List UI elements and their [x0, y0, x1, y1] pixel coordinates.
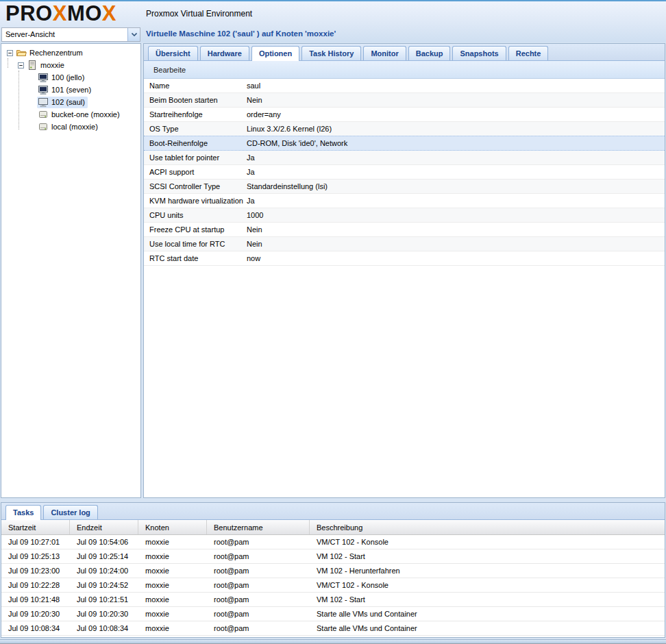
task-cell: moxxie	[138, 538, 207, 546]
task-cell: root@pam	[207, 581, 310, 589]
task-cell: root@pam	[207, 624, 310, 632]
log-panel: TasksCluster log StartzeitEndzeitKnotenB…	[1, 502, 665, 638]
option-row-os-type[interactable]: OS TypeLinux 3.X/2.6 Kernel (l26)	[144, 122, 665, 136]
task-cell: Jul 09 10:54:06	[70, 538, 138, 546]
tree-item-rechenzentrum[interactable]: Rechenzentrum	[1, 47, 140, 59]
option-row-rtc-start-date[interactable]: RTC start datenow	[144, 251, 665, 266]
task-row[interactable]: Jul 09 10:23:00Jul 09 10:24:00moxxieroot…	[1, 564, 665, 578]
option-label: Freeze CPU at startup	[144, 225, 247, 234]
tab-task-history[interactable]: Task History	[301, 46, 361, 60]
task-cell: Jul 09 10:21:51	[70, 595, 138, 604]
option-row-scsi-controller-type[interactable]: SCSI Controller TypeStandardeinstellung …	[144, 179, 665, 194]
option-row-use-local-time-for-rtc[interactable]: Use local time for RTCNein	[144, 237, 665, 251]
task-cell: root@pam	[207, 567, 310, 575]
tree-node: 102 (saul)	[37, 97, 88, 108]
app-title: Proxmox Virtual Environment	[146, 9, 252, 18]
task-row[interactable]: Jul 09 10:21:48Jul 09 10:21:51moxxieroot…	[1, 593, 665, 607]
option-label: Boot-Reihenfolge	[144, 139, 247, 147]
option-value: 1000	[247, 211, 665, 219]
option-label: Use local time for RTC	[144, 240, 247, 248]
task-cell: Jul 09 10:24:00	[70, 567, 138, 575]
task-cell: root@pam	[207, 610, 310, 618]
tab-rechte[interactable]: Rechte	[508, 46, 549, 60]
folder-icon	[15, 47, 27, 58]
tree-node: 101 (seven)	[37, 84, 94, 96]
edit-button[interactable]: Bearbeite	[148, 63, 191, 77]
tab-monitor[interactable]: Monitor	[363, 46, 406, 60]
tree-item-bucket-one-moxxie[interactable]: bucket-one (moxxie)	[1, 108, 140, 121]
tree-item-label: bucket-one (moxxie)	[49, 110, 120, 119]
column-header-beschreibung[interactable]: Beschreibung	[310, 520, 665, 534]
option-value: Nein	[247, 96, 665, 104]
column-header-startzeit[interactable]: Startzeit	[1, 520, 70, 534]
option-value: Linux 3.X/2.6 Kernel (l26)	[247, 125, 665, 133]
tree-item-label: moxxie	[38, 61, 64, 69]
option-row-name[interactable]: Namesaul	[144, 79, 665, 93]
tab-backup[interactable]: Backup	[408, 46, 451, 60]
option-value: saul	[247, 82, 665, 90]
tree-item-local-moxxie[interactable]: local (moxxie)	[1, 121, 140, 133]
tree-node: moxxie	[26, 60, 67, 71]
task-cell: Jul 09 10:20:30	[1, 610, 70, 618]
task-cell: Starte alle VMs und Container	[310, 610, 665, 618]
option-row-acpi-support[interactable]: ACPI supportJa	[144, 165, 665, 179]
vm-running-icon	[37, 84, 49, 95]
task-cell: Jul 09 10:25:13	[1, 552, 70, 560]
chevron-down-icon[interactable]	[127, 28, 140, 41]
task-row[interactable]: Jul 09 10:20:30Jul 09 10:20:30moxxieroot…	[1, 607, 665, 621]
task-row[interactable]: Jul 09 10:22:28Jul 09 10:24:52moxxieroot…	[1, 578, 665, 593]
tab-hardware[interactable]: Hardware	[200, 46, 249, 60]
task-row[interactable]: Jul 09 10:08:34Jul 09 10:08:34moxxieroot…	[1, 621, 665, 636]
tree-node: local (moxxie)	[37, 121, 101, 133]
view-selector-value: Server-Ansicht	[2, 28, 127, 41]
tree-item-moxxie[interactable]: moxxie	[1, 59, 140, 71]
task-cell: VM 102 - Start	[310, 595, 665, 604]
app-header: PROXMOX Proxmox Virtual Environment Virt…	[0, 1, 666, 42]
resource-tree: Rechenzentrummoxxie100 (jello)101 (seven…	[1, 43, 141, 498]
log-tab-bar: TasksCluster log	[1, 503, 665, 520]
options-toolbar: Bearbeite	[144, 61, 665, 79]
task-cell: moxxie	[138, 624, 207, 632]
option-label: KVM hardware virtualization	[144, 197, 247, 205]
option-row-use-tablet-for-pointer[interactable]: Use tablet for pointerJa	[144, 151, 665, 165]
tab-snapshots[interactable]: Snapshots	[452, 46, 506, 60]
option-row-freeze-cpu-at-startup[interactable]: Freeze CPU at startupNein	[144, 223, 665, 237]
tab-optionen[interactable]: Optionen	[251, 46, 299, 61]
tree-item-100-jello[interactable]: 100 (jello)	[1, 71, 140, 84]
option-row-cpu-units[interactable]: CPU units1000	[144, 208, 665, 223]
tree-expander-icon[interactable]	[15, 62, 26, 69]
column-header-endzeit[interactable]: Endzeit	[70, 520, 138, 534]
task-cell: root@pam	[207, 552, 310, 560]
option-value: Standardeinstellung (lsi)	[247, 182, 665, 190]
tree-expander-icon[interactable]	[4, 50, 15, 56]
config-tab-bar: ÜbersichtHardwareOptionenTask HistoryMon…	[144, 44, 665, 61]
column-header-benutzername[interactable]: Benutzername	[207, 520, 310, 534]
task-cell: Jul 09 10:27:01	[1, 538, 70, 546]
task-cell: Jul 09 10:08:34	[70, 624, 138, 632]
task-row[interactable]: Jul 09 10:25:13Jul 09 10:25:14moxxieroot…	[1, 549, 665, 564]
vm-stopped-icon	[37, 97, 49, 108]
task-cell: Jul 09 10:25:14	[70, 552, 138, 560]
logo-letters: MO	[67, 1, 102, 25]
task-row[interactable]: Jul 09 10:27:01Jul 09 10:54:06moxxieroot…	[1, 535, 665, 549]
tree-item-label: local (moxxie)	[49, 123, 98, 131]
tree-item-102-saul[interactable]: 102 (saul)	[1, 96, 140, 108]
task-cell: Jul 09 10:22:28	[1, 581, 70, 589]
logo-letter-accent: X	[102, 1, 116, 25]
option-row-boot-reihenfolge[interactable]: Boot-ReihenfolgeCD-ROM, Disk 'ide0', Net…	[144, 136, 665, 151]
tab-tasks[interactable]: Tasks	[5, 505, 41, 520]
view-selector-dropdown[interactable]: Server-Ansicht	[1, 27, 140, 42]
tree-item-101-seven[interactable]: 101 (seven)	[1, 84, 140, 96]
logo-letter-accent: X	[53, 1, 67, 25]
logo-letters: PRO	[5, 1, 53, 25]
column-header-knoten[interactable]: Knoten	[138, 520, 207, 534]
option-row-kvm-hardware-virtualization[interactable]: KVM hardware virtualizationJa	[144, 194, 665, 208]
option-row-beim-booten-starten[interactable]: Beim Booten startenNein	[144, 93, 665, 108]
tab-cluster-log[interactable]: Cluster log	[43, 505, 97, 519]
tab-ubersicht[interactable]: Übersicht	[148, 46, 198, 60]
option-label: Startreihenfolge	[144, 110, 247, 119]
task-cell: Starte alle VMs und Container	[310, 624, 665, 632]
tree-node: Rechenzentrum	[15, 47, 86, 59]
proxmox-logo: PROXMOX	[5, 2, 116, 25]
option-row-startreihenfolge[interactable]: Startreihenfolgeorder=any	[144, 108, 665, 122]
